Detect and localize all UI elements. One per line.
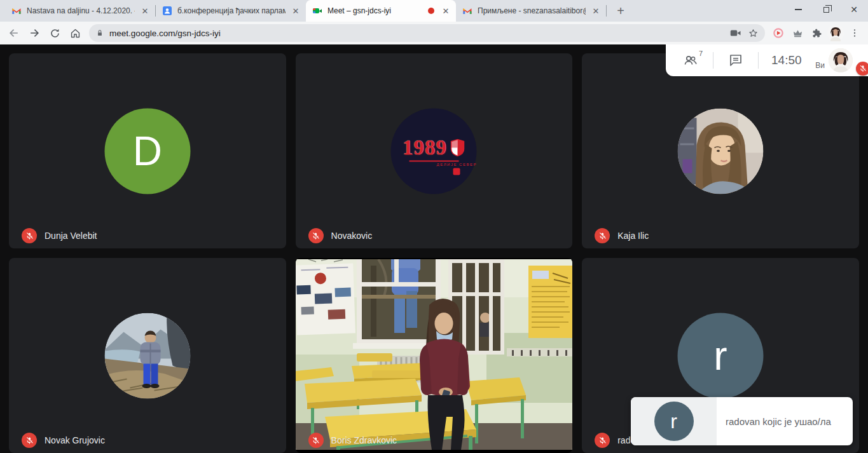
tab-close-icon[interactable]: ✕ [591, 6, 601, 16]
mini-crest-icon [453, 168, 460, 175]
clock-time: 14:50 [771, 53, 802, 67]
toast-avatar-section: r [631, 397, 717, 445]
recording-indicator-icon [428, 8, 434, 14]
participant-name: Dunja Velebit [45, 231, 97, 241]
close-window-button[interactable]: ✕ [840, 0, 868, 19]
participant-count: 7 [699, 50, 703, 57]
avatar: 1989 ДЕЛИЈЕ СЕВЕР [391, 108, 477, 194]
tab-strip: Nastava na daljinu - 4.12.2020. – ✕ б.ко… [0, 0, 868, 22]
forward-icon[interactable] [24, 23, 45, 43]
participants-icon[interactable]: 7 [682, 52, 699, 69]
crown-extension-icon[interactable] [788, 24, 807, 43]
browser-toolbar: meet.google.com/gsn-jdcs-iyi [0, 22, 868, 44]
window-controls: ✕ [784, 0, 868, 19]
new-tab-button[interactable]: + [612, 2, 630, 20]
reload-icon[interactable] [45, 23, 65, 43]
tab-meet-active[interactable]: Meet – gsn-jdcs-iyi ✕ [306, 0, 456, 22]
avatar-initial: r [713, 332, 727, 379]
tab-title: Nastava na daljinu - 4.12.2020. – [27, 6, 135, 15]
participant-tile-dunja[interactable]: D Dunja Velebit [9, 53, 286, 248]
mic-muted-icon [308, 228, 324, 243]
chat-icon[interactable] [727, 52, 744, 69]
join-notification-toast: r radovan kojic je ушао/ла [631, 397, 853, 445]
tab-close-icon[interactable]: ✕ [140, 6, 150, 16]
minimize-button[interactable] [784, 0, 812, 19]
meet-stage: D Dunja Velebit 1989 Д [0, 44, 868, 453]
participant-tile-kaja[interactable]: Kaja Ilic [582, 53, 859, 248]
logo-year: 1989 [403, 136, 447, 159]
tab-close-icon[interactable]: ✕ [441, 6, 451, 16]
participant-name: Novakovic [331, 231, 373, 241]
download-extension-icon[interactable] [769, 24, 788, 43]
mic-muted-icon [595, 228, 610, 243]
classroom-video-frame [296, 259, 573, 450]
toast-message: radovan kojic je ушао/ла [717, 397, 853, 445]
tab-title: Примљене - snezanasalaitibor@ [478, 6, 586, 15]
contact-icon [162, 6, 172, 16]
tab-gmail-nastava[interactable]: Nastava na daljinu - 4.12.2020. – ✕ [5, 0, 155, 22]
participant-name: Kaja Ilic [617, 231, 649, 241]
bookmark-star-icon[interactable] [748, 28, 759, 39]
tab-title: Meet – gsn-jdcs-iyi [327, 6, 423, 15]
address-bar[interactable]: meet.google.com/gsn-jdcs-iyi [89, 24, 765, 42]
meet-icon [312, 6, 322, 16]
meet-top-bar: 7 14:50 Ви [666, 44, 868, 76]
home-icon[interactable] [65, 23, 85, 43]
url-text[interactable]: meet.google.com/gsn-jdcs-iyi [109, 29, 724, 38]
logo-caption: ДЕЛИЈЕ СЕВЕР [437, 163, 477, 166]
avatar-photo [104, 313, 190, 398]
avatar: r [677, 313, 763, 398]
lock-icon[interactable] [95, 29, 104, 37]
avatar: D [104, 108, 190, 194]
avatar-photo [677, 108, 763, 194]
back-icon[interactable] [4, 23, 24, 43]
extensions-puzzle-icon[interactable] [807, 24, 826, 43]
tab-gmail-inbox[interactable]: Примљене - snezanasalaitibor@ ✕ [456, 0, 606, 22]
self-mic-muted-icon[interactable] [856, 62, 868, 76]
participant-tile-novak[interactable]: Novak Grujovic [9, 258, 286, 453]
you-label: Ви [815, 61, 825, 70]
mic-muted-icon [308, 433, 324, 448]
self-avatar[interactable] [829, 48, 853, 72]
toast-avatar: r [654, 402, 694, 441]
tab-separator [606, 5, 607, 17]
mic-muted-icon [22, 433, 37, 448]
tab-close-icon[interactable]: ✕ [291, 6, 301, 16]
shield-icon [450, 139, 465, 156]
camera-in-use-icon[interactable] [730, 29, 741, 37]
gmail-icon [462, 6, 472, 16]
participant-grid: D Dunja Velebit 1989 Д [9, 53, 859, 453]
profile-avatar[interactable] [826, 24, 845, 43]
mic-muted-icon [595, 433, 610, 448]
participant-tile-novakovic[interactable]: 1989 ДЕЛИЈЕ СЕВЕР Novakovic [296, 53, 573, 248]
browser-menu-icon[interactable] [845, 24, 864, 43]
participant-name: Boris Zdravkovic [331, 435, 397, 445]
gmail-icon [11, 6, 22, 16]
tab-title: б.конференција ђачких парлам [177, 6, 286, 15]
participant-name: Novak Grujovic [45, 435, 105, 445]
tab-conference[interactable]: б.конференција ђачких парлам ✕ [156, 0, 306, 22]
mic-muted-icon [22, 228, 37, 243]
avatar-initial: D [133, 128, 162, 175]
restore-button[interactable] [812, 0, 840, 19]
participant-tile-boris-video[interactable]: Boris Zdravkovic [296, 258, 573, 453]
